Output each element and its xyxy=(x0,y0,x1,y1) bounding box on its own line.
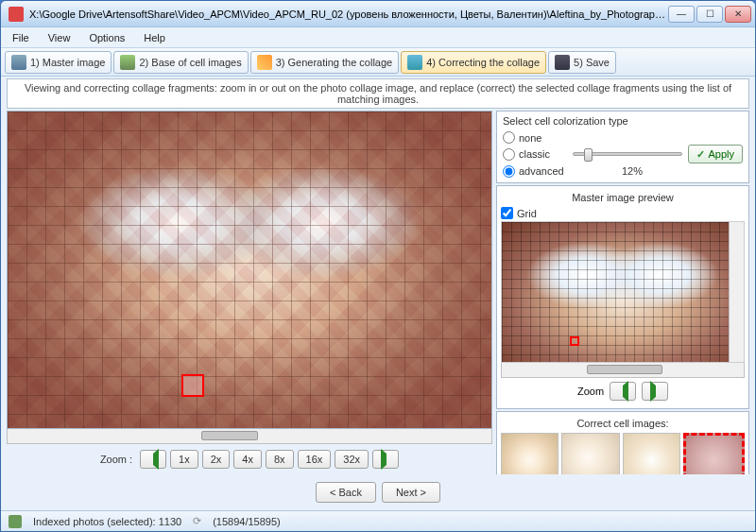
radio-classic-row[interactable]: classic xyxy=(503,147,567,162)
radio-none[interactable] xyxy=(503,131,515,144)
zoom-4x-button[interactable]: 4x xyxy=(233,450,262,469)
status-indexed: Indexed photos (selected): 1130 xyxy=(33,516,181,527)
cells-title: Correct cell images: xyxy=(501,416,745,433)
zoom-1x-button[interactable]: 1x xyxy=(170,450,198,469)
preview-title: Master image preview xyxy=(501,190,745,205)
nav-buttons: < Back Next > xyxy=(7,474,749,506)
grid-label: Grid xyxy=(517,208,537,219)
preview-panel: Master image preview Grid xyxy=(496,185,749,409)
tab-label: 4) Correcting the collage xyxy=(426,57,540,68)
zoom-out-button[interactable] xyxy=(140,450,166,469)
right-panel: Select cell colorization type none class… xyxy=(496,111,749,474)
maximize-button[interactable]: ☐ xyxy=(696,6,723,23)
cell-images-icon xyxy=(120,55,135,70)
save-icon xyxy=(555,55,570,70)
cell-thumb-2[interactable] xyxy=(623,433,680,474)
app-window: X:\Google Drive\ArtensoftShare\Video_APC… xyxy=(0,0,756,532)
preview-vscrollbar[interactable] xyxy=(729,222,744,362)
cell-thumb-0[interactable] xyxy=(501,433,558,474)
close-button[interactable]: ✕ xyxy=(725,6,751,23)
window-controls: — ☐ ✕ xyxy=(668,6,751,23)
zoom-2x-button[interactable]: 2x xyxy=(202,450,231,469)
zoom-16x-button[interactable]: 16x xyxy=(298,450,332,469)
preview-viewport[interactable] xyxy=(501,221,745,363)
radio-advanced-label: advanced xyxy=(519,165,564,177)
minimize-button[interactable]: — xyxy=(668,6,695,23)
collage-viewport[interactable] xyxy=(7,111,492,429)
radio-advanced[interactable] xyxy=(503,165,515,178)
preview-zoom-in-button[interactable] xyxy=(642,382,668,401)
arrow-left-icon xyxy=(148,454,159,465)
tab-correcting-collage[interactable]: 4) Correcting the collage xyxy=(401,51,546,74)
arrow-right-icon xyxy=(650,386,661,397)
zoom-32x-button[interactable]: 32x xyxy=(335,450,369,469)
tab-label: 5) Save xyxy=(574,57,610,68)
menu-options[interactable]: Options xyxy=(85,30,129,45)
radio-classic[interactable] xyxy=(503,148,515,161)
preview-zoom-label: Zoom xyxy=(577,386,604,397)
radio-advanced-row[interactable]: advanced xyxy=(503,163,567,179)
preview-zoom-controls: Zoom xyxy=(501,378,745,404)
colorization-title: Select cell colorization type xyxy=(503,115,743,127)
zoom-label: Zoom : xyxy=(100,454,132,465)
arrow-right-icon xyxy=(381,454,391,465)
radio-none-row[interactable]: none xyxy=(503,130,743,145)
mosaic-grid-overlay xyxy=(8,112,491,428)
tab-save[interactable]: 5) Save xyxy=(548,51,616,74)
content-area: Viewing and correcting collage fragments… xyxy=(1,77,755,510)
slider-thumb[interactable] xyxy=(584,148,593,162)
app-icon xyxy=(9,7,24,22)
main-area: Zoom : 1x 2x 4x 8x 16x 32x Select cell c… xyxy=(7,111,749,474)
colorization-slider[interactable] xyxy=(573,152,682,156)
cell-thumb-1[interactable] xyxy=(561,433,619,474)
preview-zoom-out-button[interactable] xyxy=(610,382,636,401)
tab-master-image[interactable]: 1) Master image xyxy=(5,51,112,74)
instruction-text: Viewing and correcting collage fragments… xyxy=(7,78,749,109)
tab-generating-collage[interactable]: 3) Generating the collage xyxy=(250,51,400,74)
window-title: X:\Google Drive\ArtensoftShare\Video_APC… xyxy=(29,9,668,20)
master-image-icon xyxy=(11,55,26,70)
apply-button[interactable]: Apply xyxy=(688,145,743,163)
cell-thumb-3[interactable] xyxy=(683,433,745,474)
preview-grid-overlay xyxy=(502,222,744,362)
collage-panel: Zoom : 1x 2x 4x 8x 16x 32x xyxy=(7,111,492,474)
zoom-in-button[interactable] xyxy=(372,450,399,469)
collage-canvas xyxy=(8,112,491,428)
zoom-controls: Zoom : 1x 2x 4x 8x 16x 32x xyxy=(7,444,492,474)
menu-view[interactable]: View xyxy=(44,30,75,45)
preview-hscrollbar[interactable] xyxy=(501,363,745,378)
grid-checkbox[interactable] xyxy=(501,207,513,219)
zoom-8x-button[interactable]: 8x xyxy=(266,450,294,469)
correct-cells-panel: Correct cell images: xyxy=(496,411,749,474)
collage-hscrollbar[interactable] xyxy=(7,429,492,444)
tab-label: 2) Base of cell images xyxy=(139,57,241,68)
titlebar: X:\Google Drive\ArtensoftShare\Video_APC… xyxy=(1,1,755,27)
apply-label: Apply xyxy=(708,148,734,160)
selected-cell-marker[interactable] xyxy=(181,374,204,397)
menu-file[interactable]: File xyxy=(9,30,33,45)
cube-icon xyxy=(407,55,422,70)
scrollbar-thumb[interactable] xyxy=(587,365,662,374)
magic-wand-icon xyxy=(257,55,272,70)
menubar: File View Options Help xyxy=(1,27,755,48)
tab-label: 3) Generating the collage xyxy=(276,57,393,68)
radio-none-label: none xyxy=(519,132,541,144)
colorization-panel: Select cell colorization type none class… xyxy=(496,111,749,183)
grid-checkbox-row[interactable]: Grid xyxy=(501,205,745,221)
colorization-percent: 12% xyxy=(567,163,697,179)
menu-help[interactable]: Help xyxy=(140,30,169,45)
arrow-left-icon xyxy=(618,386,628,397)
scrollbar-thumb[interactable] xyxy=(201,431,258,440)
status-progress: (15894/15895) xyxy=(213,516,281,527)
tab-label: 1) Master image xyxy=(30,57,105,68)
tab-base-cell-images[interactable]: 2) Base of cell images xyxy=(113,51,248,74)
step-toolbar: 1) Master image 2) Base of cell images 3… xyxy=(1,48,755,77)
preview-selection-marker[interactable] xyxy=(570,336,579,346)
next-button[interactable]: Next > xyxy=(382,482,440,503)
status-icon xyxy=(9,515,22,528)
statusbar: Indexed photos (selected): 1130 ⟳ (15894… xyxy=(1,510,755,531)
back-button[interactable]: < Back xyxy=(316,482,376,503)
radio-classic-label: classic xyxy=(519,148,550,160)
cells-row xyxy=(501,433,745,474)
